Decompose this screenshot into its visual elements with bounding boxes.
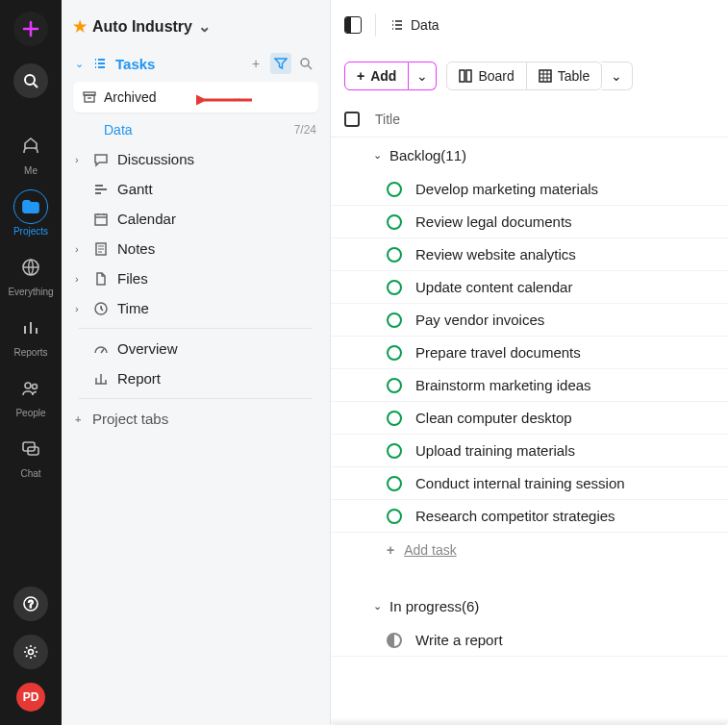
nav-rail: Me Projects Everything Reports People Ch… bbox=[0, 0, 62, 725]
add-dropdown[interactable]: ⌄ bbox=[409, 62, 437, 90]
sidebar-item-notes[interactable]: ›Notes bbox=[69, 235, 322, 262]
project-title-row[interactable]: ★ Auto Industry ⌄ bbox=[69, 13, 322, 49]
add-button[interactable]: + Add bbox=[344, 62, 409, 90]
task-status-circle[interactable] bbox=[387, 345, 402, 361]
task-status-circle[interactable] bbox=[387, 476, 402, 491]
plus-icon: + bbox=[387, 542, 394, 558]
nav-everything[interactable]: Everything bbox=[8, 250, 53, 297]
sidebar-item-files[interactable]: ›Files bbox=[69, 264, 322, 292]
list-icon bbox=[389, 17, 405, 33]
table-header-row: Title bbox=[331, 102, 728, 138]
filter-icon[interactable] bbox=[270, 53, 291, 74]
add-task-row[interactable]: +Add task bbox=[331, 533, 728, 567]
sidebar-item-calendar[interactable]: Calendar bbox=[69, 205, 322, 233]
sidebar-item-time[interactable]: ›Time bbox=[69, 294, 322, 322]
nav-people[interactable]: People bbox=[13, 371, 48, 418]
task-row[interactable]: Update content calendar bbox=[331, 271, 728, 304]
task-title: Update content calendar bbox=[415, 279, 572, 295]
nav-search[interactable] bbox=[13, 63, 48, 98]
task-title: Brainstorm marketing ideas bbox=[415, 377, 591, 393]
task-row[interactable]: Write a report bbox=[331, 624, 728, 657]
sidebar-tasks[interactable]: ⌄ Tasks + bbox=[69, 49, 322, 78]
task-row[interactable]: Clean computer desktop bbox=[331, 402, 728, 435]
sidebar-report[interactable]: Report bbox=[69, 364, 322, 392]
time-icon bbox=[92, 301, 110, 316]
breadcrumb-data[interactable]: Data bbox=[389, 17, 439, 33]
nav-me[interactable]: Me bbox=[13, 129, 48, 176]
select-all-checkbox[interactable] bbox=[344, 112, 360, 127]
caret-icon: › bbox=[75, 273, 88, 285]
task-status-circle[interactable] bbox=[387, 312, 402, 328]
sidebar-project-tabs[interactable]: + Project tabs bbox=[69, 405, 322, 433]
chart-icon bbox=[92, 371, 110, 387]
caret-icon: › bbox=[75, 303, 88, 314]
sidebar-item-label: Discussions bbox=[117, 151, 316, 167]
nav-projects[interactable]: Projects bbox=[13, 189, 48, 237]
title-column-header: Title bbox=[375, 112, 400, 127]
sidebar-item-label: Calendar bbox=[117, 211, 316, 227]
task-row[interactable]: Pay vendor invoices bbox=[331, 304, 728, 337]
task-status-circle[interactable] bbox=[387, 378, 402, 393]
add-button[interactable] bbox=[13, 12, 48, 46]
chevron-down-icon: ⌄ bbox=[233, 91, 241, 104]
star-icon: ★ bbox=[73, 17, 87, 36]
table-view-button[interactable]: Table bbox=[527, 62, 601, 89]
task-status-circle[interactable] bbox=[387, 280, 402, 295]
task-row[interactable]: Develop marketing materials bbox=[331, 173, 728, 206]
main-panel: Data + Add ⌄ Board Table ⌄ bbox=[331, 0, 728, 725]
task-row[interactable]: Upload training materials bbox=[331, 435, 728, 467]
task-status-circle[interactable] bbox=[387, 411, 402, 426]
task-status-circle[interactable] bbox=[387, 443, 402, 459]
group-row[interactable]: ⌄In progress(6) bbox=[331, 588, 728, 624]
plus-icon: + bbox=[357, 68, 364, 84]
svg-point-0 bbox=[25, 75, 35, 85]
task-title: Clean computer desktop bbox=[415, 410, 572, 426]
board-view-button[interactable]: Board bbox=[447, 62, 526, 89]
task-title: Upload training materials bbox=[415, 442, 575, 459]
sidebar-overview[interactable]: Overview bbox=[69, 335, 322, 362]
task-row[interactable]: Review legal documents bbox=[331, 206, 728, 238]
search-icon[interactable] bbox=[295, 53, 316, 74]
user-avatar[interactable]: PD bbox=[16, 683, 45, 712]
help-button[interactable]: ? bbox=[13, 587, 48, 621]
board-label: Board bbox=[478, 68, 514, 84]
nav-everything-label: Everything bbox=[8, 287, 53, 297]
task-row[interactable]: Prepare travel documents bbox=[331, 337, 728, 369]
sidebar-data[interactable]: Data 7/24 bbox=[69, 116, 322, 143]
svg-point-8 bbox=[29, 650, 34, 655]
archived-row[interactable]: Archived ⌄ bbox=[73, 82, 318, 112]
table-label: Table bbox=[558, 68, 590, 84]
sidebar-item-discussions[interactable]: ›Discussions bbox=[69, 145, 322, 173]
task-row[interactable]: Brainstorm marketing ideas bbox=[331, 369, 728, 402]
task-row[interactable]: Review website analytics bbox=[331, 238, 728, 271]
task-status-circle[interactable] bbox=[387, 182, 402, 197]
add-task-label: Add task bbox=[404, 542, 456, 558]
chevron-down-icon: ⌄ bbox=[373, 600, 382, 612]
sidebar-item-label: Notes bbox=[117, 240, 316, 257]
gauge-icon bbox=[92, 341, 110, 357]
nav-chat[interactable]: Chat bbox=[13, 432, 48, 479]
panel-toggle-icon[interactable] bbox=[344, 16, 362, 34]
svg-rect-18 bbox=[540, 70, 551, 82]
task-row[interactable]: Research competitor strategies bbox=[331, 500, 728, 533]
task-title: Write a report bbox=[415, 632, 503, 648]
sidebar-item-gantt[interactable]: Gantt bbox=[69, 175, 322, 203]
archived-label: Archived bbox=[104, 89, 233, 105]
report-label: Report bbox=[117, 370, 316, 387]
settings-button[interactable] bbox=[13, 635, 48, 669]
nav-reports[interactable]: Reports bbox=[13, 311, 48, 358]
task-row[interactable]: Conduct internal training session bbox=[331, 467, 728, 500]
group-row[interactable]: ⌄Backlog(11) bbox=[331, 138, 728, 173]
nav-chat-label: Chat bbox=[20, 468, 40, 479]
notes-icon bbox=[92, 241, 110, 257]
sidebar-item-label: Files bbox=[117, 270, 316, 287]
task-status-circle[interactable] bbox=[387, 633, 402, 648]
archive-icon bbox=[83, 90, 96, 104]
view-dropdown[interactable]: ⌄ bbox=[601, 62, 633, 90]
task-status-circle[interactable] bbox=[387, 247, 402, 262]
controls-row: + Add ⌄ Board Table ⌄ bbox=[331, 50, 728, 102]
project-title: Auto Industry bbox=[92, 18, 192, 36]
task-status-circle[interactable] bbox=[387, 214, 402, 230]
task-status-circle[interactable] bbox=[387, 509, 402, 524]
add-task-icon[interactable]: + bbox=[245, 53, 266, 74]
